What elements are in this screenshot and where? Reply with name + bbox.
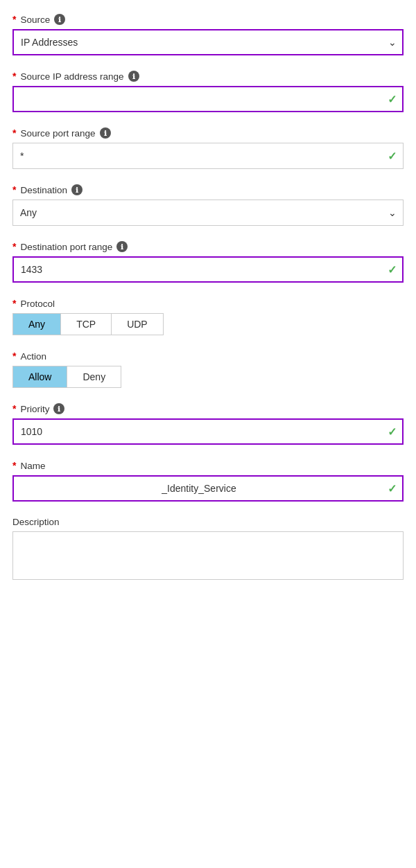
action-toggle-group: Allow Deny (12, 366, 121, 388)
name-group: * Name ✓ (12, 460, 404, 502)
source-ip-info-icon[interactable]: ℹ (128, 71, 139, 82)
priority-label-row: * Priority ℹ (12, 403, 404, 414)
protocol-label-text: Protocol (20, 299, 55, 309)
description-group: Description (12, 517, 404, 582)
source-group: * Source ℹ IP Addresses Any Service Tag … (12, 14, 404, 55)
action-label-row: * Action (12, 351, 404, 362)
destination-required: * (12, 184, 16, 195)
source-label-row: * Source ℹ (12, 14, 404, 25)
destination-select[interactable]: Any IP Addresses Service Tag Application… (12, 200, 404, 226)
dest-port-input-wrapper: ✓ (12, 256, 404, 283)
source-port-input-wrapper: ✓ (12, 143, 404, 169)
action-allow-button[interactable]: Allow (13, 366, 67, 387)
name-input[interactable] (12, 475, 404, 502)
name-input-wrapper: ✓ (12, 475, 404, 502)
dest-port-label-row: * Destination port range ℹ (12, 241, 404, 252)
action-deny-button[interactable]: Deny (67, 366, 121, 387)
description-textarea[interactable] (12, 531, 404, 580)
destination-label-text: Destination (20, 185, 67, 195)
source-ip-label-text: Source IP address range (20, 71, 123, 82)
priority-info-icon[interactable]: ℹ (53, 403, 64, 414)
destination-label-row: * Destination ℹ (12, 184, 404, 195)
dest-port-group: * Destination port range ℹ ✓ (12, 241, 404, 283)
source-select-wrapper: IP Addresses Any Service Tag Application… (12, 29, 404, 55)
source-ip-group: * Source IP address range ℹ ✓ (12, 71, 404, 112)
source-port-label-row: * Source port range ℹ (12, 127, 404, 139)
priority-input-wrapper: ✓ (12, 418, 404, 445)
source-port-required: * (12, 127, 16, 139)
protocol-group: * Protocol Any TCP UDP (12, 298, 404, 335)
priority-group: * Priority ℹ ✓ (12, 403, 404, 445)
protocol-tcp-button[interactable]: TCP (61, 314, 112, 335)
description-label-text: Description (12, 517, 60, 527)
name-label-row: * Name (12, 460, 404, 471)
source-ip-required: * (12, 71, 16, 82)
description-label-row: Description (12, 517, 404, 527)
source-info-icon[interactable]: ℹ (54, 14, 65, 25)
source-label-text: Source (20, 15, 50, 25)
source-port-label-text: Source port range (20, 128, 95, 139)
source-port-info-icon[interactable]: ℹ (100, 127, 111, 139)
dest-port-info-icon[interactable]: ℹ (116, 241, 128, 252)
action-required: * (12, 351, 16, 362)
source-port-group: * Source port range ℹ ✓ (12, 127, 404, 169)
destination-info-icon[interactable]: ℹ (71, 184, 83, 195)
destination-select-wrapper: Any IP Addresses Service Tag Application… (12, 200, 404, 226)
name-required: * (12, 460, 16, 471)
source-port-input[interactable] (12, 143, 404, 169)
name-label-text: Name (20, 461, 45, 471)
destination-group: * Destination ℹ Any IP Addresses Service… (12, 184, 404, 226)
action-group: * Action Allow Deny (12, 351, 404, 388)
source-ip-label-row: * Source IP address range ℹ (12, 71, 404, 82)
source-required: * (12, 14, 16, 25)
protocol-any-button[interactable]: Any (13, 314, 61, 335)
dest-port-label-text: Destination port range (20, 242, 112, 252)
source-select[interactable]: IP Addresses Any Service Tag Application… (12, 29, 404, 55)
protocol-label-row: * Protocol (12, 298, 404, 309)
priority-input[interactable] (12, 418, 404, 445)
dest-port-input[interactable] (12, 256, 404, 283)
protocol-toggle-group: Any TCP UDP (12, 313, 164, 335)
priority-required: * (12, 403, 16, 414)
source-ip-input-wrapper: ✓ (12, 86, 404, 112)
source-ip-input[interactable] (12, 86, 404, 112)
protocol-udp-button[interactable]: UDP (112, 314, 163, 335)
priority-label-text: Priority (20, 404, 49, 414)
action-label-text: Action (20, 351, 46, 362)
dest-port-required: * (12, 241, 16, 252)
protocol-required: * (12, 298, 16, 309)
